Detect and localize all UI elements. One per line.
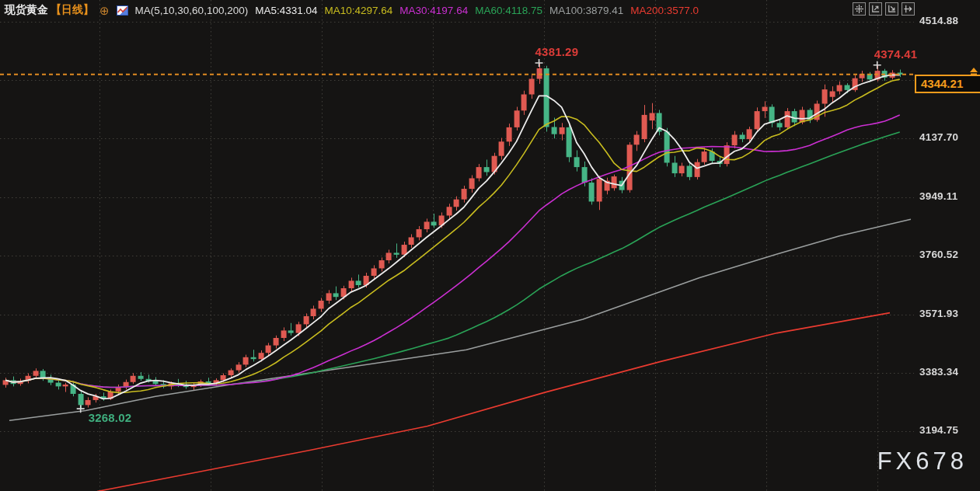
crosshair-move-icon[interactable] xyxy=(853,2,866,16)
indicator-chart-icon[interactable] xyxy=(117,5,128,16)
watermark: FX678 xyxy=(877,447,968,475)
ma10-value-label: MA10:4297.64 xyxy=(325,5,393,16)
high-price-annotation: 4381.29 xyxy=(535,45,579,58)
y-axis-label: 3949.11 xyxy=(919,190,978,202)
chart-header: 现货黄金 【日线】 ⊕ MA(5,10,30,60,100,200) MA5:4… xyxy=(5,3,699,17)
ma5-value-label: MA5:4331.04 xyxy=(255,5,317,16)
y-axis-label: 3571.93 xyxy=(919,308,978,319)
scale-axis-right-icon[interactable] xyxy=(885,2,898,16)
trading-chart-app: 现货黄金 【日线】 ⊕ MA(5,10,30,60,100,200) MA5:4… xyxy=(0,0,980,491)
price-arrow-icon[interactable] xyxy=(968,65,979,74)
last-price-tag[interactable]: 4344.21 xyxy=(915,75,980,93)
add-indicator-icon[interactable]: ⊕ xyxy=(99,5,110,16)
recent-high-price-annotation: 4374.41 xyxy=(874,47,918,61)
ma-group-label: MA(5,10,30,60,100,200) xyxy=(135,5,249,16)
y-axis-label: 4514.88 xyxy=(919,15,978,26)
price-chart-canvas[interactable] xyxy=(0,0,980,491)
symbol-title: 现货黄金 xyxy=(5,3,48,17)
ma200-value-label: MA200:3577.0 xyxy=(630,5,699,16)
ma30-value-label: MA30:4197.64 xyxy=(399,5,468,16)
ma60-value-label: MA60:4118.75 xyxy=(475,5,542,16)
y-axis-label: 3383.34 xyxy=(919,366,978,378)
timeframe-label[interactable]: 【日线】 xyxy=(51,3,94,17)
scale-axis-left-icon[interactable] xyxy=(869,2,882,16)
ma100-value-label: MA100:3879.41 xyxy=(549,5,623,16)
y-axis-label: 3760.52 xyxy=(919,249,978,260)
pan-to-latest-icon[interactable] xyxy=(902,2,915,16)
low-price-annotation: 3268.02 xyxy=(89,411,132,424)
chart-toolbar xyxy=(853,2,915,16)
y-axis-label: 3194.75 xyxy=(919,424,978,436)
y-axis-label: 4137.70 xyxy=(919,131,978,143)
